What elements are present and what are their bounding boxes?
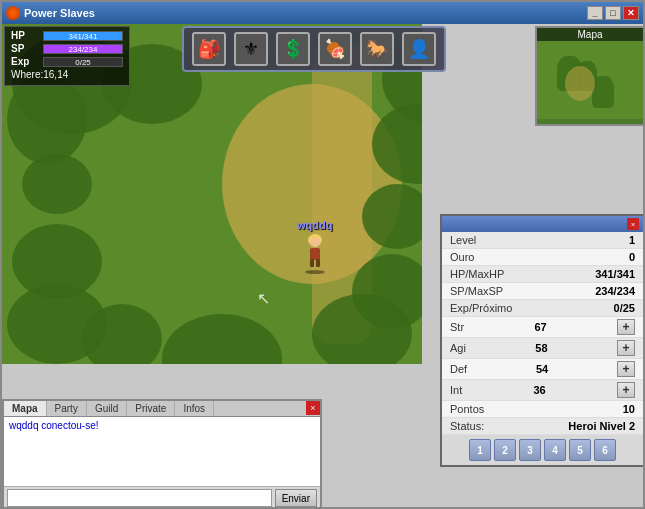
stats-row: Agi58+ bbox=[442, 338, 643, 359]
tree-cluster-12 bbox=[312, 294, 412, 364]
stats-value: 0/25 bbox=[614, 302, 635, 314]
stats-close-button[interactable]: × bbox=[627, 218, 639, 230]
skill-skills[interactable]: ⚜ bbox=[234, 32, 268, 66]
chat-tab-infos[interactable]: Infos bbox=[175, 401, 214, 416]
maximize-button[interactable]: □ bbox=[605, 6, 621, 20]
tree-cluster-3 bbox=[7, 74, 87, 164]
stats-row: Exp/Próximo0/25 bbox=[442, 300, 643, 317]
stats-row: Pontos10 bbox=[442, 401, 643, 418]
chat-message: wqddq conectou-se! bbox=[9, 420, 315, 431]
minimap-tree-3 bbox=[592, 76, 614, 108]
stats-key: Ouro bbox=[450, 251, 474, 263]
where-text: Where:16,14 bbox=[11, 69, 68, 80]
character-name: wqddq bbox=[297, 219, 332, 231]
hotkey-button-6[interactable]: 6 bbox=[594, 439, 616, 461]
hp-row: HP 341/341 bbox=[11, 30, 123, 41]
where-row: Where:16,14 bbox=[11, 69, 123, 80]
chat-send-button[interactable]: Enviar bbox=[275, 489, 317, 507]
stats-value: Heroi Nivel 2 bbox=[568, 420, 635, 432]
stats-row: Ouro0 bbox=[442, 249, 643, 266]
stats-panel: × Level1Ouro0HP/MaxHP341/341SP/MaxSP234/… bbox=[440, 214, 645, 467]
svg-point-1 bbox=[310, 237, 320, 247]
svg-rect-4 bbox=[316, 259, 320, 267]
minimap: Mapa bbox=[535, 26, 645, 126]
stat-plus-button[interactable]: + bbox=[617, 361, 635, 377]
stat-plus-button[interactable]: + bbox=[617, 319, 635, 335]
stats-row: Def54+ bbox=[442, 359, 643, 380]
stats-key: Str bbox=[450, 321, 464, 333]
stats-key: SP/MaxSP bbox=[450, 285, 503, 297]
skill-inventory[interactable]: 🎒 bbox=[192, 32, 226, 66]
stats-key: Def bbox=[450, 363, 467, 375]
stats-key: Agi bbox=[450, 342, 466, 354]
svg-rect-3 bbox=[310, 259, 314, 267]
window-icon bbox=[6, 6, 20, 20]
stats-value: 1 bbox=[629, 234, 635, 246]
hp-value: 341/341 bbox=[44, 32, 122, 42]
hud-panel: HP 341/341 SP 234/234 Exp 0/25 bbox=[4, 26, 130, 86]
hotkey-button-3[interactable]: 3 bbox=[519, 439, 541, 461]
chat-messages: wqddq conectou-se! bbox=[4, 417, 320, 487]
sp-label: SP bbox=[11, 43, 39, 54]
skill-mount[interactable]: 🐎 bbox=[360, 32, 394, 66]
stats-row: Int36+ bbox=[442, 380, 643, 401]
stats-value: 54 bbox=[536, 363, 548, 375]
sp-row: SP 234/234 bbox=[11, 43, 123, 54]
chat-tab-mapa[interactable]: Mapa bbox=[4, 401, 47, 416]
stats-key: HP/MaxHP bbox=[450, 268, 504, 280]
chat-input[interactable] bbox=[7, 489, 272, 507]
stats-panel-title: × bbox=[442, 216, 643, 232]
minimize-button[interactable]: _ bbox=[587, 6, 603, 20]
stats-rows-container: Level1Ouro0HP/MaxHP341/341SP/MaxSP234/23… bbox=[442, 232, 643, 435]
chat-close-button[interactable]: × bbox=[306, 401, 320, 415]
stats-row: HP/MaxHP341/341 bbox=[442, 266, 643, 283]
stats-key: Exp/Próximo bbox=[450, 302, 512, 314]
stats-key: Int bbox=[450, 384, 462, 396]
character-shadow bbox=[305, 270, 325, 274]
tree-cluster-4 bbox=[22, 154, 92, 214]
skill-food[interactable]: 🍖 bbox=[318, 32, 352, 66]
hotkey-button-2[interactable]: 2 bbox=[494, 439, 516, 461]
stats-row: Str67+ bbox=[442, 317, 643, 338]
game-area: wqddq bbox=[2, 24, 645, 509]
stats-hotkeys-bar: 123456 bbox=[442, 435, 643, 465]
stats-key: Pontos bbox=[450, 403, 484, 415]
chat-tab-party[interactable]: Party bbox=[47, 401, 87, 416]
hp-bar: 341/341 bbox=[43, 31, 123, 41]
minimap-sand bbox=[565, 66, 595, 101]
stats-value: 10 bbox=[623, 403, 635, 415]
chat-input-row: Enviar bbox=[4, 487, 320, 509]
minimap-content bbox=[537, 41, 643, 119]
hp-label: HP bbox=[11, 30, 39, 41]
stats-row: SP/MaxSP234/234 bbox=[442, 283, 643, 300]
title-bar: Power Slaves _ □ ✕ bbox=[2, 2, 643, 24]
stats-key: Status: bbox=[450, 420, 484, 432]
chat-area: MapaPartyGuildPrivateInfos wqddq conecto… bbox=[2, 399, 322, 509]
main-window: Power Slaves _ □ ✕ bbox=[0, 0, 645, 509]
stats-row: Status:Heroi Nivel 2 bbox=[442, 418, 643, 435]
svg-rect-2 bbox=[310, 248, 320, 260]
stats-row: Level1 bbox=[442, 232, 643, 249]
close-button[interactable]: ✕ bbox=[623, 6, 639, 20]
stat-plus-button[interactable]: + bbox=[617, 340, 635, 356]
character-sprite bbox=[303, 233, 327, 269]
sp-bar: 234/234 bbox=[43, 44, 123, 54]
hotkey-button-5[interactable]: 5 bbox=[569, 439, 591, 461]
exp-row: Exp 0/25 bbox=[11, 56, 123, 67]
window-title: Power Slaves bbox=[24, 7, 95, 19]
exp-bar: 0/25 bbox=[43, 57, 123, 67]
stat-plus-button[interactable]: + bbox=[617, 382, 635, 398]
chat-tab-guild[interactable]: Guild bbox=[87, 401, 127, 416]
minimap-title: Mapa bbox=[537, 28, 643, 41]
stats-value: 58 bbox=[535, 342, 547, 354]
chat-tab-private[interactable]: Private bbox=[127, 401, 175, 416]
skill-character[interactable]: 👤 bbox=[402, 32, 436, 66]
skills-bar: 🎒 ⚜ 💲 🍖 🐎 👤 bbox=[182, 26, 446, 72]
skill-gold[interactable]: 💲 bbox=[276, 32, 310, 66]
hotkey-button-4[interactable]: 4 bbox=[544, 439, 566, 461]
stats-value: 67 bbox=[534, 321, 546, 333]
hotkey-button-1[interactable]: 1 bbox=[469, 439, 491, 461]
stats-value: 234/234 bbox=[595, 285, 635, 297]
stats-key: Level bbox=[450, 234, 476, 246]
character: wqddq bbox=[297, 219, 332, 274]
